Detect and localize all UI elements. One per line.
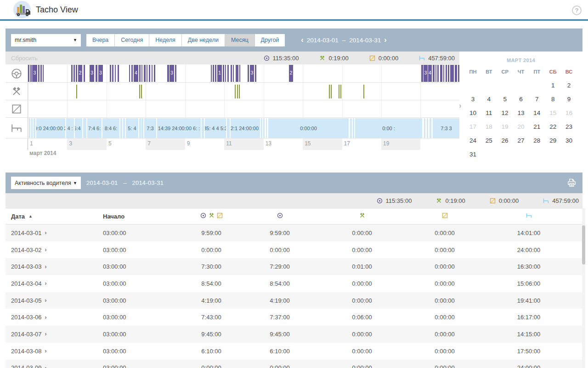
expand-row-icon[interactable]: ›: [45, 297, 47, 304]
driving-bar[interactable]: [112, 65, 113, 82]
calendar-day-4[interactable]: 4: [481, 92, 497, 106]
driving-bar[interactable]: [147, 65, 147, 82]
calendar-collapse-button[interactable]: ›: [459, 102, 461, 110]
driving-bar[interactable]: [149, 65, 150, 82]
column-header-work[interactable]: [321, 212, 403, 221]
calendar-day-8[interactable]: 8: [545, 92, 561, 106]
work-tick[interactable]: [331, 85, 332, 98]
rest-segment[interactable]: [120, 118, 122, 138]
driving-bar[interactable]: 4: [134, 65, 138, 82]
driving-bar[interactable]: [43, 65, 44, 82]
rest-segment[interactable]: [350, 118, 352, 138]
table-row[interactable]: 2014-03-08›03:00:006:10:006:10:000:00:00…: [6, 343, 582, 360]
row-date[interactable]: 2014-03-03›: [6, 263, 103, 270]
driving-bar[interactable]: [437, 65, 439, 82]
rest-segment[interactable]: [202, 118, 204, 138]
driving-bar[interactable]: [233, 65, 234, 82]
rest-segment[interactable]: 7:3 3: [433, 118, 460, 138]
table-row[interactable]: 2014-03-02›03:00:000:00:000:00:000:00:00…: [6, 242, 582, 259]
range-button[interactable]: Две недели: [182, 34, 225, 46]
expand-row-icon[interactable]: ›: [45, 230, 47, 236]
driving-bar[interactable]: [38, 65, 40, 82]
rest-segment[interactable]: [123, 118, 125, 138]
calendar-day-29[interactable]: 29: [545, 133, 561, 147]
rest-segment[interactable]: [141, 118, 143, 138]
rest-segment[interactable]: [31, 118, 33, 138]
driving-bar[interactable]: [211, 65, 212, 82]
driving-bar[interactable]: [110, 65, 111, 82]
table-row[interactable]: 2014-03-05›03:00:004:19:004:19:000:00:00…: [6, 292, 582, 309]
driving-bar[interactable]: [152, 65, 153, 82]
expand-row-icon[interactable]: ›: [45, 348, 47, 354]
work-tick[interactable]: [76, 85, 77, 98]
calendar-day-9[interactable]: 9: [561, 92, 577, 106]
expand-row-icon[interactable]: ›: [45, 365, 47, 368]
column-header-total[interactable]: [184, 212, 239, 221]
driving-bar[interactable]: [131, 65, 133, 82]
driving-bar[interactable]: [446, 65, 447, 82]
driving-bar[interactable]: [141, 65, 142, 82]
driving-bar[interactable]: 3: [424, 65, 428, 82]
calendar-day-28[interactable]: 28: [529, 133, 545, 147]
calendar-day-12[interactable]: 12: [497, 106, 513, 120]
rest-segment[interactable]: [227, 118, 230, 138]
rest-segment[interactable]: [139, 118, 141, 138]
expand-row-icon[interactable]: ›: [45, 331, 47, 337]
table-scrollbar-thumb[interactable]: [582, 225, 585, 264]
row-date[interactable]: 2014-03-01›: [6, 230, 103, 236]
driving-bar[interactable]: [215, 65, 216, 82]
driving-bar[interactable]: [40, 65, 42, 82]
calendar-day-11[interactable]: 11: [481, 106, 497, 120]
column-header-rest[interactable]: [486, 212, 571, 221]
rest-segment[interactable]: 4 :: [66, 118, 74, 138]
rest-segment[interactable]: 6:4 :: [75, 118, 82, 138]
calendar-day-30[interactable]: 30: [561, 133, 577, 147]
table-row[interactable]: 2014-03-09›03:00:000:00:000:00:000:00:00…: [6, 360, 582, 368]
work-tick[interactable]: [139, 85, 140, 98]
calendar-day-5[interactable]: 5: [497, 92, 513, 106]
work-tick[interactable]: [339, 85, 339, 98]
driving-bar[interactable]: [227, 65, 229, 82]
driver-select[interactable]: mr.smith ▼: [11, 34, 81, 46]
driving-bar[interactable]: 3: [250, 65, 254, 82]
driving-bar[interactable]: [115, 65, 116, 82]
driving-bar[interactable]: [154, 65, 155, 82]
expand-row-icon[interactable]: ›: [45, 314, 47, 321]
row-date[interactable]: 2014-03-05›: [6, 297, 103, 304]
table-row[interactable]: 2014-03-04›03:00:008:54:008:54:000:00:00…: [6, 275, 582, 292]
column-header-driving[interactable]: [239, 212, 321, 221]
driving-bar[interactable]: [213, 65, 214, 82]
expand-row-icon[interactable]: ›: [45, 247, 47, 253]
calendar-day-13[interactable]: 13: [513, 106, 529, 120]
rest-segment[interactable]: 0:00 :: [355, 118, 422, 138]
driving-bar[interactable]: 1: [217, 65, 222, 82]
column-header-start[interactable]: Начало: [103, 213, 184, 220]
driving-bar[interactable]: [96, 65, 97, 82]
column-header-date[interactable]: Дата ▲: [6, 213, 103, 220]
calendar-day-26[interactable]: 26: [497, 133, 513, 147]
calendar-day-22[interactable]: 22: [545, 120, 561, 133]
driving-bar[interactable]: 4: [428, 65, 432, 82]
row-date[interactable]: 2014-03-08›: [6, 348, 103, 355]
driving-bar[interactable]: [139, 65, 141, 82]
rest-segment[interactable]: [83, 118, 86, 138]
driving-bar[interactable]: 3: [32, 65, 37, 82]
calendar-day-31[interactable]: 31: [465, 147, 481, 161]
driving-bar[interactable]: [175, 65, 176, 82]
rest-segment[interactable]: 5: 4: [126, 118, 138, 138]
driving-bar[interactable]: [255, 65, 256, 82]
expand-row-icon[interactable]: ›: [45, 264, 47, 270]
calendar-day-10[interactable]: 10: [465, 106, 481, 120]
driving-bar[interactable]: [455, 65, 457, 82]
rest-segment[interactable]: 12:1 24:00:00 4: [231, 118, 260, 138]
rest-segment[interactable]: [266, 118, 267, 138]
driving-bar[interactable]: [74, 65, 75, 82]
driving-bar[interactable]: [118, 65, 119, 82]
work-tick[interactable]: [239, 85, 240, 98]
driving-bar[interactable]: 3: [170, 65, 174, 82]
row-date[interactable]: 2014-03-07›: [6, 331, 103, 338]
rest-segment[interactable]: [34, 118, 35, 138]
expand-row-icon[interactable]: ›: [45, 280, 47, 287]
driving-bar[interactable]: [435, 65, 436, 82]
driving-bar[interactable]: [30, 65, 32, 82]
